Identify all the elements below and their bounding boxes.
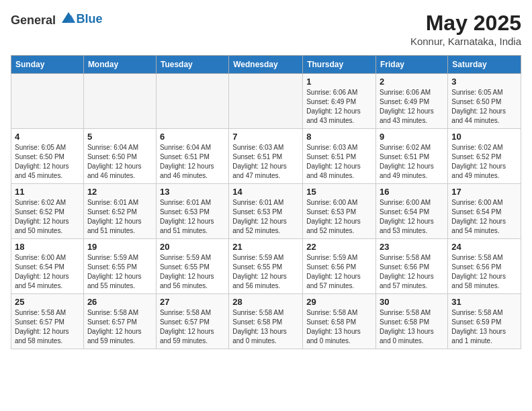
day-info: Sunrise: 6:01 AM Sunset: 6:52 PM Dayligh… (87, 198, 152, 236)
logo-general: General (11, 13, 56, 27)
day-info: Sunrise: 6:05 AM Sunset: 6:50 PM Dayligh… (451, 88, 517, 126)
day-info: Sunrise: 5:58 AM Sunset: 6:59 PM Dayligh… (451, 308, 517, 346)
logo: General Blue (11, 11, 103, 28)
calendar-cell: 5Sunrise: 6:04 AM Sunset: 6:50 PM Daylig… (83, 129, 156, 184)
calendar-cell: 1Sunrise: 6:06 AM Sunset: 6:49 PM Daylig… (303, 74, 376, 129)
day-of-week-header: Friday (376, 56, 448, 74)
calendar-cell: 26Sunrise: 5:58 AM Sunset: 6:57 PM Dayli… (83, 294, 156, 349)
day-info: Sunrise: 6:02 AM Sunset: 6:52 PM Dayligh… (451, 143, 517, 181)
day-info: Sunrise: 5:58 AM Sunset: 6:56 PM Dayligh… (380, 253, 444, 291)
calendar-cell: 7Sunrise: 6:03 AM Sunset: 6:51 PM Daylig… (229, 129, 303, 184)
day-info: Sunrise: 6:05 AM Sunset: 6:50 PM Dayligh… (15, 143, 80, 181)
day-number: 8 (306, 132, 372, 142)
calendar-cell: 14Sunrise: 6:01 AM Sunset: 6:53 PM Dayli… (229, 184, 303, 239)
day-number: 10 (451, 132, 517, 142)
day-number: 29 (306, 297, 372, 307)
calendar-cell (11, 74, 84, 129)
calendar-cell: 30Sunrise: 5:58 AM Sunset: 6:58 PM Dayli… (376, 294, 448, 349)
day-info: Sunrise: 6:03 AM Sunset: 6:51 PM Dayligh… (306, 143, 372, 181)
day-info: Sunrise: 5:59 AM Sunset: 6:55 PM Dayligh… (160, 253, 225, 291)
calendar-table: SundayMondayTuesdayWednesdayThursdayFrid… (11, 55, 521, 349)
calendar-cell: 16Sunrise: 6:00 AM Sunset: 6:54 PM Dayli… (376, 184, 448, 239)
calendar-cell (229, 74, 303, 129)
day-number: 14 (232, 187, 299, 197)
calendar-body: 1Sunrise: 6:06 AM Sunset: 6:49 PM Daylig… (11, 74, 521, 349)
calendar-cell: 25Sunrise: 5:58 AM Sunset: 6:57 PM Dayli… (11, 294, 84, 349)
day-info: Sunrise: 6:02 AM Sunset: 6:52 PM Dayligh… (15, 198, 80, 236)
day-info: Sunrise: 5:58 AM Sunset: 6:57 PM Dayligh… (87, 308, 152, 346)
day-of-week-header: Monday (83, 56, 156, 74)
day-number: 19 (87, 242, 152, 252)
calendar-cell: 31Sunrise: 5:58 AM Sunset: 6:59 PM Dayli… (448, 294, 521, 349)
calendar-cell: 17Sunrise: 6:00 AM Sunset: 6:54 PM Dayli… (448, 184, 521, 239)
day-number: 30 (380, 297, 444, 307)
calendar-cell: 19Sunrise: 5:59 AM Sunset: 6:55 PM Dayli… (83, 239, 156, 294)
calendar-cell: 15Sunrise: 6:00 AM Sunset: 6:53 PM Dayli… (303, 184, 376, 239)
calendar-cell: 11Sunrise: 6:02 AM Sunset: 6:52 PM Dayli… (11, 184, 84, 239)
day-number: 21 (232, 242, 299, 252)
day-number: 18 (15, 242, 80, 252)
day-of-week-header: Tuesday (156, 56, 228, 74)
day-number: 26 (87, 297, 152, 307)
day-number: 6 (160, 132, 225, 142)
day-info: Sunrise: 6:02 AM Sunset: 6:51 PM Dayligh… (380, 143, 444, 181)
day-info: Sunrise: 6:00 AM Sunset: 6:53 PM Dayligh… (306, 198, 372, 236)
day-number: 12 (87, 187, 152, 197)
day-info: Sunrise: 5:59 AM Sunset: 6:55 PM Dayligh… (87, 253, 152, 291)
location-subtitle: Konnur, Karnataka, India (410, 36, 521, 47)
calendar-cell: 12Sunrise: 6:01 AM Sunset: 6:52 PM Dayli… (83, 184, 156, 239)
day-number: 23 (380, 242, 444, 252)
calendar-cell: 13Sunrise: 6:01 AM Sunset: 6:53 PM Dayli… (156, 184, 228, 239)
page-header: General Blue May 2025 Konnur, Karnataka,… (11, 11, 521, 47)
day-info: Sunrise: 5:58 AM Sunset: 6:58 PM Dayligh… (380, 308, 444, 346)
logo-icon (60, 11, 77, 24)
calendar-cell: 3Sunrise: 6:05 AM Sunset: 6:50 PM Daylig… (448, 74, 521, 129)
calendar-cell: 8Sunrise: 6:03 AM Sunset: 6:51 PM Daylig… (303, 129, 376, 184)
day-number: 27 (160, 297, 225, 307)
calendar-week-row: 11Sunrise: 6:02 AM Sunset: 6:52 PM Dayli… (11, 184, 521, 239)
day-info: Sunrise: 5:58 AM Sunset: 6:57 PM Dayligh… (15, 308, 80, 346)
calendar-cell: 22Sunrise: 5:59 AM Sunset: 6:56 PM Dayli… (303, 239, 376, 294)
day-info: Sunrise: 5:58 AM Sunset: 6:58 PM Dayligh… (232, 308, 299, 346)
day-number: 4 (15, 132, 80, 142)
calendar-cell: 23Sunrise: 5:58 AM Sunset: 6:56 PM Dayli… (376, 239, 448, 294)
day-of-week-header: Thursday (303, 56, 376, 74)
day-number: 20 (160, 242, 225, 252)
day-of-week-header: Saturday (448, 56, 521, 74)
calendar-week-row: 4Sunrise: 6:05 AM Sunset: 6:50 PM Daylig… (11, 129, 521, 184)
day-number: 22 (306, 242, 372, 252)
day-info: Sunrise: 6:00 AM Sunset: 6:54 PM Dayligh… (451, 198, 517, 236)
day-number: 25 (15, 297, 80, 307)
title-block: May 2025 Konnur, Karnataka, India (410, 11, 521, 47)
calendar-week-row: 1Sunrise: 6:06 AM Sunset: 6:49 PM Daylig… (11, 74, 521, 129)
calendar-cell: 6Sunrise: 6:04 AM Sunset: 6:51 PM Daylig… (156, 129, 228, 184)
day-number: 7 (232, 132, 299, 142)
day-of-week-header: Sunday (11, 56, 84, 74)
day-info: Sunrise: 5:59 AM Sunset: 6:56 PM Dayligh… (306, 253, 372, 291)
day-number: 9 (380, 132, 444, 142)
calendar-cell: 28Sunrise: 5:58 AM Sunset: 6:58 PM Dayli… (229, 294, 303, 349)
day-number: 15 (306, 187, 372, 197)
day-info: Sunrise: 6:06 AM Sunset: 6:49 PM Dayligh… (306, 88, 372, 126)
day-number: 2 (380, 77, 444, 87)
calendar-cell: 24Sunrise: 5:58 AM Sunset: 6:56 PM Dayli… (448, 239, 521, 294)
calendar-cell (83, 74, 156, 129)
calendar-cell: 27Sunrise: 5:58 AM Sunset: 6:57 PM Dayli… (156, 294, 228, 349)
day-info: Sunrise: 6:00 AM Sunset: 6:54 PM Dayligh… (15, 253, 80, 291)
day-info: Sunrise: 6:01 AM Sunset: 6:53 PM Dayligh… (232, 198, 299, 236)
day-info: Sunrise: 5:58 AM Sunset: 6:56 PM Dayligh… (451, 253, 517, 291)
calendar-cell: 10Sunrise: 6:02 AM Sunset: 6:52 PM Dayli… (448, 129, 521, 184)
calendar-cell: 4Sunrise: 6:05 AM Sunset: 6:50 PM Daylig… (11, 129, 84, 184)
day-info: Sunrise: 5:59 AM Sunset: 6:55 PM Dayligh… (232, 253, 299, 291)
month-year-title: May 2025 (410, 11, 521, 36)
calendar-cell: 9Sunrise: 6:02 AM Sunset: 6:51 PM Daylig… (376, 129, 448, 184)
day-of-week-header: Wednesday (229, 56, 303, 74)
day-info: Sunrise: 6:00 AM Sunset: 6:54 PM Dayligh… (380, 198, 444, 236)
calendar-week-row: 25Sunrise: 5:58 AM Sunset: 6:57 PM Dayli… (11, 294, 521, 349)
day-info: Sunrise: 6:03 AM Sunset: 6:51 PM Dayligh… (232, 143, 299, 181)
day-number: 3 (451, 77, 517, 87)
day-number: 16 (380, 187, 444, 197)
calendar-cell: 20Sunrise: 5:59 AM Sunset: 6:55 PM Dayli… (156, 239, 228, 294)
day-info: Sunrise: 6:04 AM Sunset: 6:50 PM Dayligh… (87, 143, 152, 181)
day-info: Sunrise: 6:01 AM Sunset: 6:53 PM Dayligh… (160, 198, 225, 236)
